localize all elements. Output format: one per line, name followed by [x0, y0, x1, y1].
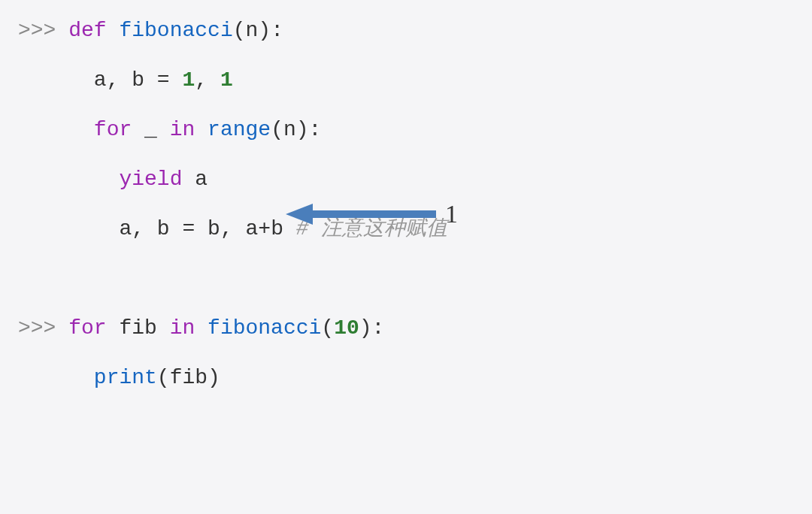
var-a: a	[119, 217, 132, 240]
arrow-left-icon	[286, 199, 436, 229]
colon: :	[372, 316, 385, 340]
var-b: b	[132, 68, 144, 92]
var-a: a	[246, 217, 259, 240]
indent	[18, 168, 119, 191]
colon: :	[271, 19, 283, 42]
keyword-def: def	[68, 19, 106, 42]
paren: )	[208, 366, 220, 389]
var-fib: fib	[119, 316, 156, 340]
paren: )	[296, 118, 309, 141]
builtin-range: range	[208, 118, 271, 141]
var-a: a	[195, 168, 208, 191]
space	[107, 19, 120, 42]
var-b: b	[157, 217, 170, 240]
var-a: a	[94, 68, 107, 92]
code-line-1: >>> def fibonacci(n):	[18, 15, 794, 47]
annotation-arrow: 1	[286, 199, 458, 229]
indent	[18, 217, 119, 240]
blank-line	[18, 263, 794, 295]
param: n	[246, 19, 259, 42]
space	[195, 316, 208, 340]
space	[132, 118, 144, 141]
code-line-4: yield a	[18, 164, 794, 195]
colon: :	[309, 118, 322, 141]
var-underscore: _	[144, 118, 157, 141]
svg-marker-1	[286, 204, 313, 225]
code-line-2: a, b = 1, 1	[18, 65, 794, 96]
keyword-in: in	[170, 118, 195, 141]
var-b: b	[271, 217, 283, 240]
paren: )	[359, 316, 372, 340]
equals: =	[170, 217, 208, 240]
prompt: >>>	[18, 19, 68, 42]
number: 1	[220, 68, 233, 92]
function-name: fibonacci	[119, 19, 232, 42]
comma: ,	[195, 68, 220, 92]
code-line-7: print(fib)	[18, 362, 794, 394]
paren: (	[233, 19, 246, 42]
indent	[18, 68, 94, 92]
paren: (	[157, 366, 170, 389]
space	[182, 168, 195, 191]
comma: ,	[107, 68, 132, 92]
annotation-value: 1	[445, 200, 458, 228]
arg: n	[283, 118, 296, 141]
space	[157, 316, 170, 340]
space	[195, 118, 208, 141]
paren: (	[321, 316, 334, 340]
indent	[18, 118, 94, 141]
code-line-6: >>> for fib in fibonacci(10):	[18, 313, 794, 344]
space	[157, 118, 170, 141]
plus: +	[258, 217, 271, 240]
keyword-in: in	[170, 316, 195, 340]
keyword-for: for	[68, 316, 106, 340]
function-name: fibonacci	[208, 316, 321, 340]
number: 1	[182, 68, 195, 92]
comma: ,	[132, 217, 157, 240]
number: 10	[334, 316, 359, 340]
equals: =	[144, 68, 182, 92]
prompt: >>>	[18, 316, 68, 340]
code-line-3: for _ in range(n):	[18, 114, 794, 146]
comma: ,	[220, 217, 246, 240]
arg: fib	[170, 366, 208, 389]
builtin-print: print	[94, 366, 157, 389]
paren: (	[271, 118, 283, 141]
keyword-for: for	[94, 118, 132, 141]
paren: )	[258, 19, 271, 42]
indent	[18, 366, 94, 389]
var-b: b	[208, 217, 220, 240]
space	[107, 316, 120, 340]
keyword-yield: yield	[119, 168, 182, 191]
